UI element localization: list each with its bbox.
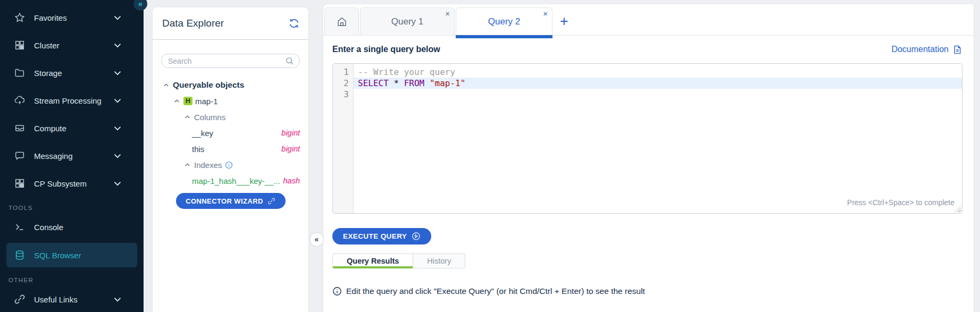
tree-row--key[interactable]: __key bigint — [153, 125, 308, 141]
sidebar-nav: Favorites Cluster Storage Stream Process… — [0, 6, 144, 311]
sidebar-item-messaging[interactable]: Messaging — [6, 144, 137, 167]
tree-row-label: map-1_hash___key-__... — [192, 176, 280, 185]
data-explorer-panel: Data Explorer Queryable objects H map-1 — [153, 7, 308, 312]
chevron-up-icon — [173, 97, 181, 105]
editor-line: 3 — [333, 89, 962, 100]
search-box — [161, 54, 300, 68]
sidebar-item-compute[interactable]: Compute — [6, 116, 137, 140]
tree-row-this[interactable]: this bigint — [153, 141, 308, 157]
data-explorer-header: Data Explorer — [153, 7, 308, 40]
code-text — [353, 89, 962, 100]
sidebar-item-cluster[interactable]: Cluster — [6, 33, 137, 57]
play-icon — [412, 232, 421, 241]
star-icon — [14, 12, 26, 23]
result-tab-label: History — [427, 257, 451, 265]
sidebar-item-sql-browser[interactable]: SQL Browser — [6, 243, 137, 267]
search-input[interactable] — [168, 57, 285, 65]
line-number: 2 — [333, 78, 353, 89]
info-text: Edit the query and click "Execute Query"… — [346, 286, 645, 296]
chevron-down-icon — [112, 69, 123, 77]
sidebar-item-label: Compute — [34, 124, 66, 133]
close-tab-icon[interactable]: × — [543, 10, 548, 18]
connector-wizard-button[interactable]: CONNECTOR WIZARD — [176, 193, 286, 209]
data-explorer-title: Data Explorer — [162, 18, 224, 29]
terminal-icon — [14, 221, 26, 233]
folder-icon — [14, 67, 26, 79]
link-icon — [14, 293, 26, 305]
sidebar-collapse-button[interactable]: « — [133, 0, 147, 11]
info-icon — [332, 286, 342, 296]
execute-query-label: EXECUTE QUERY — [343, 232, 407, 240]
sidebar-item-label: Messaging — [34, 151, 73, 161]
sidebar-section-label: OTHER — [0, 272, 144, 288]
grid-icon — [14, 39, 26, 51]
tab-query-2[interactable]: Query 2 × — [456, 7, 552, 35]
autocomplete-hint: Press <Ctrl+Space> to complete — [847, 198, 954, 207]
tree-row-map-1-hash-key-[interactable]: map-1_hash___key-__... hash — [153, 173, 308, 189]
column-type-label: bigint — [281, 145, 300, 153]
chevron-up-icon — [183, 161, 191, 169]
sql-browser-main-panel: Query 1 × Query 2 × + Enter a single que… — [323, 4, 974, 312]
grid-icon — [14, 178, 26, 189]
refresh-icon[interactable] — [288, 18, 300, 29]
tree-row-indexes[interactable]: Indexes — [153, 157, 308, 173]
database-icon — [14, 249, 26, 261]
result-tab-query-results[interactable]: Query Results — [332, 254, 413, 268]
sidebar-item-label: Stream Processing — [34, 96, 102, 105]
editor-resize-handle[interactable] — [954, 206, 961, 212]
sidebar-item-stream-processing[interactable]: Stream Processing — [6, 89, 137, 112]
tab-label: Query 1 — [391, 16, 423, 27]
sidebar-section-label: TOOLS — [0, 199, 144, 215]
sidebar-item-label: Console — [34, 223, 63, 232]
chevron-down-icon — [112, 124, 123, 132]
results-tab-bar: Query Results History — [332, 254, 962, 268]
sidebar-item-label: Cluster — [34, 41, 60, 50]
sidebar-item-cp-subsystem[interactable]: CP Subsystem — [6, 172, 137, 195]
column-type-label: hash — [283, 176, 300, 185]
document-icon — [952, 45, 962, 55]
sidebar-item-favorites[interactable]: Favorites — [6, 6, 137, 29]
documentation-label: Documentation — [891, 45, 949, 54]
code-text: SELECT * FROM "map-1" — [353, 78, 962, 89]
compute-icon — [14, 122, 26, 134]
home-icon — [336, 16, 348, 28]
execute-query-button[interactable]: EXECUTE QUERY — [332, 228, 431, 244]
tree-row-queryable-objects[interactable]: Queryable objects — [153, 77, 308, 93]
sql-code-editor[interactable]: 1 -- Write your query 2 SELECT * FROM "m… — [332, 63, 962, 214]
tree-row-label: Indexes — [194, 161, 222, 170]
info-message: Edit the query and click "Execute Query"… — [332, 286, 962, 296]
info-circle-icon — [225, 161, 233, 169]
query-tab-bar: Query 1 × Query 2 × + — [323, 4, 974, 36]
chevron-up-icon — [162, 81, 170, 89]
editor-line: 2 SELECT * FROM "map-1" — [333, 78, 962, 89]
chat-bubble-icon — [14, 150, 26, 162]
line-number: 1 — [333, 66, 353, 78]
documentation-link[interactable]: Documentation — [891, 45, 962, 55]
tree-row-map-1[interactable]: H map-1 — [153, 93, 308, 109]
sidebar-item-label: CP Subsystem — [34, 179, 87, 188]
hazelcast-map-badge: H — [183, 97, 192, 105]
stream-cloud-icon — [14, 95, 26, 106]
sidebar-item-console[interactable]: Console — [6, 215, 137, 239]
sidebar-item-label: Favorites — [34, 13, 67, 22]
code-text: -- Write your query — [353, 66, 962, 78]
editor-lines: 1 -- Write your query 2 SELECT * FROM "m… — [333, 66, 962, 100]
tab-query-1[interactable]: Query 1 × — [360, 7, 455, 35]
panel-collapse-handle[interactable]: « — [309, 232, 324, 247]
sidebar-item-label: Useful Links — [34, 295, 78, 304]
query-header-row: Enter a single query below Documentation — [332, 36, 962, 63]
line-number: 3 — [333, 89, 353, 100]
tab-label: Query 2 — [488, 16, 520, 27]
sidebar-item-storage[interactable]: Storage — [6, 61, 137, 85]
result-tab-history[interactable]: History — [413, 254, 465, 268]
tree-row-columns[interactable]: Columns — [153, 109, 308, 125]
home-tab[interactable] — [324, 7, 359, 35]
close-tab-icon[interactable]: × — [445, 10, 450, 18]
sidebar-item-useful-links[interactable]: Useful Links — [6, 288, 137, 311]
search-icon[interactable] — [285, 56, 294, 65]
tree-row-label: this — [192, 145, 204, 154]
chevron-down-icon — [112, 179, 123, 188]
tree-row-label: map-1 — [195, 97, 218, 106]
chevron-down-icon — [112, 41, 123, 49]
add-query-tab-button[interactable]: + — [560, 14, 568, 29]
